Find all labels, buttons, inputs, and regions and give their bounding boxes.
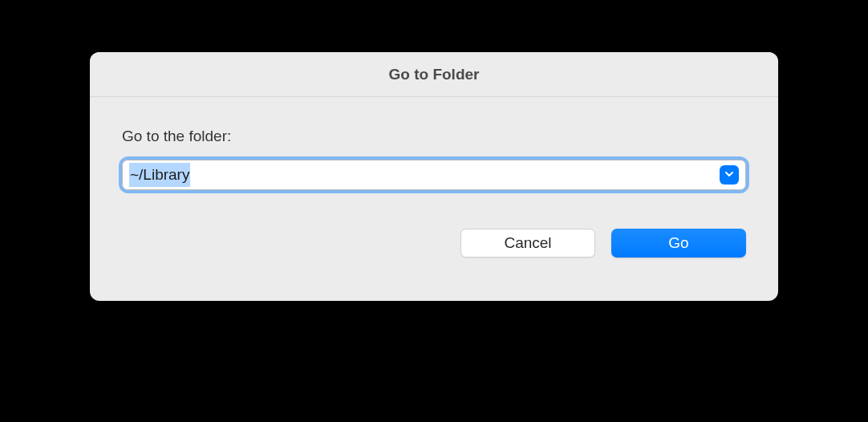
dialog-header: Go to Folder: [90, 52, 778, 97]
button-row: Cancel Go: [122, 229, 746, 258]
path-input[interactable]: ~/Library: [129, 163, 190, 187]
cancel-button[interactable]: Cancel: [460, 229, 595, 258]
dialog-title: Go to Folder: [389, 66, 480, 83]
dialog-body: Go to the folder: ~/Library Cancel Go: [90, 97, 778, 301]
go-button[interactable]: Go: [611, 229, 746, 258]
chevron-down-icon: [724, 168, 734, 182]
path-input-container[interactable]: ~/Library: [122, 160, 746, 190]
prompt-label: Go to the folder:: [122, 128, 746, 145]
history-dropdown-button[interactable]: [720, 165, 739, 185]
path-input-focus-ring: ~/Library: [122, 160, 746, 190]
go-to-folder-dialog: Go to Folder Go to the folder: ~/Library…: [90, 52, 778, 301]
